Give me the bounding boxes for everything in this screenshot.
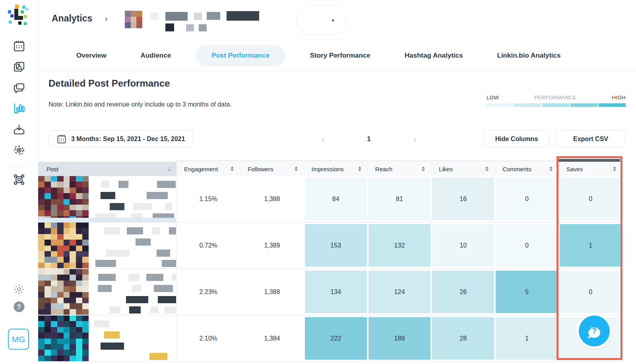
- legend-high-label: HIGH: [612, 95, 626, 101]
- sort-icon: [422, 167, 425, 171]
- current-page: 1: [367, 135, 370, 143]
- cell-impressions: 134: [304, 269, 368, 315]
- cell-comments: 0: [495, 223, 558, 268]
- legend-segment: [570, 103, 597, 107]
- hide-columns-button[interactable]: Hide Columns: [483, 130, 550, 147]
- sort-icon: [231, 167, 234, 171]
- tab-linkinbio-analytics[interactable]: Linkin.bio Analytics: [488, 45, 570, 66]
- cell-reach: 81: [368, 176, 431, 222]
- account-selector[interactable]: ▼: [125, 10, 227, 29]
- later-logo[interactable]: [6, 4, 29, 30]
- collect-inbox-icon[interactable]: [13, 124, 25, 136]
- cell-likes: 28: [431, 316, 495, 361]
- cell-engagement: 2.10%: [176, 316, 240, 361]
- account-dropdown[interactable]: ▼: [296, 5, 347, 35]
- post-header-label: Post: [47, 166, 58, 172]
- page-title: Detailed Post Performance: [48, 78, 170, 89]
- legend-segment: [543, 103, 570, 107]
- cell-comments: 5: [495, 269, 558, 315]
- breadcrumb-chevron-icon: ›: [105, 14, 107, 23]
- cell-followers: 1,384: [240, 316, 304, 361]
- sort-icon: [358, 167, 361, 171]
- cell-reach: 189: [368, 316, 431, 361]
- column-header-likes[interactable]: Likes: [431, 162, 495, 176]
- table-row[interactable]: 0.72%1,3891531321001: [38, 223, 622, 269]
- redacted-caption: [89, 176, 176, 222]
- tab-hashtag-analytics[interactable]: Hashtag Analytics: [395, 45, 473, 66]
- post-cell[interactable]: [38, 316, 176, 361]
- help-chat-bubble[interactable]: ?: [579, 316, 610, 347]
- cell-engagement: 1.15%: [176, 176, 240, 222]
- table-hscroll-track[interactable]: [176, 161, 622, 161]
- cell-likes: 10: [431, 223, 495, 268]
- next-page-icon[interactable]: ›: [413, 134, 417, 144]
- column-header-impressions[interactable]: Impressions: [304, 162, 368, 176]
- date-range-label: 3 Months: Sep 15, 2021 - Dec 15, 2021: [71, 136, 185, 143]
- sort-icon: [485, 167, 489, 171]
- table-row[interactable]: 2.23%1,3881341242650: [38, 269, 622, 316]
- legend-title: PERFORMANCE: [534, 95, 577, 101]
- cell-reach: 124: [368, 269, 431, 315]
- cell-engagement: 2.23%: [176, 269, 240, 315]
- post-thumbnail: [38, 223, 89, 268]
- help-icon[interactable]: ?: [14, 302, 24, 312]
- col-label: Comments: [502, 166, 531, 172]
- col-label: Saves: [566, 166, 583, 172]
- legend-segment: [487, 103, 514, 107]
- cell-impressions: 84: [304, 176, 368, 222]
- col-label: Reach: [375, 166, 392, 172]
- cell-likes: 16: [431, 176, 495, 222]
- date-range-button[interactable]: 3 Months: Sep 15, 2021 - Dec 15, 2021: [48, 130, 193, 147]
- col-label: Followers: [248, 166, 273, 172]
- redacted-caption: [89, 223, 176, 268]
- main-area: Analytics › ▼ Overview Audience Post Per…: [38, 0, 636, 364]
- tab-audience[interactable]: Audience: [131, 45, 181, 66]
- caret-down-icon: ▼: [331, 18, 335, 23]
- conversations-icon[interactable]: [13, 82, 25, 94]
- monitor-icon[interactable]: [13, 144, 25, 157]
- column-header-comments[interactable]: Comments: [495, 162, 558, 176]
- table-row[interactable]: 1.15%1,38884811600: [38, 176, 622, 223]
- post-cell[interactable]: [38, 176, 176, 222]
- cell-comments: 1: [495, 316, 558, 361]
- column-header-post[interactable]: Post ↓: [38, 162, 176, 176]
- analytics-icon-active[interactable]: [13, 103, 25, 114]
- top-bar: Analytics › ▼: [38, 0, 636, 40]
- svg-text:?: ?: [592, 326, 597, 335]
- post-cell[interactable]: [38, 269, 176, 315]
- settings-gear-icon[interactable]: [14, 284, 25, 296]
- tab-post-performance[interactable]: Post Performance: [196, 45, 285, 66]
- column-header-engagement[interactable]: Engagement: [176, 162, 240, 176]
- user-avatar[interactable]: MG: [8, 329, 29, 350]
- legend-segment: [599, 103, 626, 107]
- table-row[interactable]: 2.10%1,384222189281: [38, 316, 622, 362]
- page-note: Note: Linkin.bio and revenue only includ…: [48, 101, 232, 108]
- redacted-meta-strip: [38, 218, 176, 223]
- column-header-followers[interactable]: Followers: [240, 162, 304, 176]
- cell-impressions: 153: [304, 223, 368, 268]
- prev-page-icon[interactable]: ‹: [321, 134, 325, 144]
- calendar-nav-icon[interactable]: [13, 40, 25, 52]
- tab-overview[interactable]: Overview: [67, 45, 116, 66]
- sort-icon: [613, 167, 616, 171]
- tab-story-performance[interactable]: Story Performance: [301, 45, 380, 66]
- cell-followers: 1,388: [240, 176, 304, 222]
- post-cell[interactable]: [38, 223, 176, 268]
- cell-reach: 132: [368, 223, 431, 268]
- export-csv-button[interactable]: Export CSV: [556, 130, 626, 147]
- col-label: Impressions: [312, 166, 344, 172]
- groups-icon[interactable]: [13, 173, 25, 186]
- post-thumbnail: [38, 316, 89, 361]
- column-header-reach[interactable]: Reach: [368, 162, 431, 176]
- redacted-caption: [89, 269, 176, 315]
- account-avatar: [125, 11, 142, 28]
- column-header-saves[interactable]: Saves: [559, 162, 622, 176]
- sidebar-divider: [10, 167, 28, 167]
- media-library-icon[interactable]: [13, 61, 25, 73]
- redacted-caption: [89, 316, 176, 361]
- redacted-account-name: [148, 10, 227, 29]
- cell-saves: 0: [559, 176, 622, 222]
- question-chat-icon: ?: [586, 322, 603, 340]
- legend-segment: [514, 103, 541, 107]
- cell-followers: 1,389: [240, 223, 304, 268]
